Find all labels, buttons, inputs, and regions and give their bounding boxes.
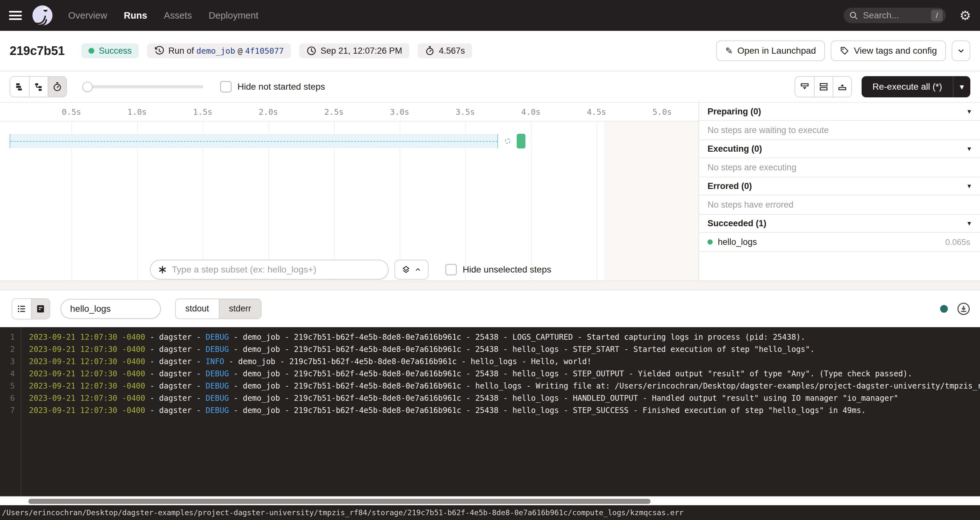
section-errored[interactable]: Errored (0) ▾: [699, 178, 980, 195]
section-executing-empty: No steps are executing: [699, 158, 980, 178]
step-subset-row: Type a step subset (ex: hello_logs+): [150, 260, 552, 280]
log-horizontal-scrollbar[interactable]: [0, 496, 980, 505]
axis-tick-label: 2.0s: [259, 107, 278, 117]
view-tags-config-button[interactable]: View tags and config: [831, 41, 946, 61]
log-toolbar: hello_logs stdout stderr: [0, 290, 980, 327]
success-dot-icon: [89, 48, 94, 54]
axis-tick-label: 3.5s: [456, 107, 475, 117]
run-actions-menu-button[interactable]: [952, 41, 970, 61]
search-icon: [849, 11, 858, 20]
timestamp-pill: Sep 21, 12:07:26 PM: [299, 43, 409, 58]
nav-item-deployment[interactable]: Deployment: [208, 10, 258, 21]
collapse-panel-down-icon[interactable]: [795, 77, 814, 97]
flat-view-icon[interactable]: [10, 77, 29, 97]
chevron-up-icon: [414, 266, 422, 274]
run-header: 219c7b51 Success Run of demo_job @ 4f105…: [0, 31, 980, 71]
download-icon[interactable]: [957, 302, 970, 315]
succeeded-step-row[interactable]: hello_logs 0.065s: [699, 233, 980, 252]
axis-tick-label: 1.0s: [127, 107, 147, 117]
axis-tick-label: 0.5s: [62, 107, 81, 117]
reexecute-all-button[interactable]: Re-execute all (*) ▾: [862, 76, 970, 97]
status-badge: Success: [81, 43, 138, 58]
section-errored-empty: No steps have errored: [699, 195, 980, 215]
log-view-toggle-group: [11, 298, 50, 319]
log-line-text: 2023-09-21 12:07:30 -0400 - dagster - DE…: [29, 345, 815, 354]
stopwatch-view-icon[interactable]: [48, 77, 66, 97]
structured-log-view-icon[interactable]: [12, 299, 31, 319]
chevron-down-icon[interactable]: ▾: [967, 107, 971, 116]
gantt-zoom-slider[interactable]: [82, 85, 203, 89]
slider-handle[interactable]: [82, 82, 93, 92]
reexecute-menu-caret[interactable]: ▾: [953, 76, 970, 97]
live-indicator-dot: [940, 305, 948, 313]
tab-stdout[interactable]: stdout: [176, 299, 219, 319]
pencil-icon: ✎: [725, 46, 733, 56]
gantt-marker-dot: [505, 138, 510, 144]
hide-unselected-checkbox[interactable]: [445, 264, 457, 276]
gantt-gridline: [597, 122, 597, 281]
tab-stderr[interactable]: stderr: [219, 299, 261, 319]
log-line-number: 7: [0, 406, 15, 415]
gear-icon[interactable]: ⚙: [959, 9, 971, 22]
hide-not-started-toggle[interactable]: Hide not started steps: [220, 81, 325, 93]
search-shortcut-badge: /: [931, 10, 943, 21]
layers-button[interactable]: [395, 260, 428, 280]
top-nav: Overview Runs Assets Deployment Search..…: [0, 0, 980, 31]
step-bar-hello-logs[interactable]: [517, 134, 525, 149]
tag-icon: [840, 46, 850, 55]
steps-status-panel: Preparing (0) ▾ No steps are waiting to …: [699, 103, 980, 281]
hide-not-started-checkbox[interactable]: [220, 81, 232, 93]
menu-icon[interactable]: [9, 11, 22, 20]
success-dot-icon: [708, 239, 713, 244]
waterfall-view-icon[interactable]: [29, 77, 48, 97]
expand-panel-up-icon[interactable]: [833, 77, 851, 97]
log-line-number: 4: [0, 369, 15, 378]
duration-pill: 4.567s: [418, 43, 472, 58]
log-line-text: 2023-09-21 12:07:30 -0400 - dagster - IN…: [29, 357, 591, 366]
search-placeholder: Search...: [863, 10, 931, 21]
nav-item-runs[interactable]: Runs: [124, 10, 147, 21]
section-succeeded[interactable]: Succeeded (1) ▾: [699, 215, 980, 233]
gutter-divider: [21, 327, 21, 496]
dagster-logo[interactable]: [32, 5, 53, 26]
nav-items: Overview Runs Assets Deployment: [68, 10, 258, 21]
search-input[interactable]: Search... /: [843, 8, 946, 23]
raw-log-view-icon[interactable]: [31, 299, 49, 319]
gantt-chart: 0.5s1.0s1.5s2.0s2.5s3.0s3.5s4.0s4.5s5.0s…: [0, 103, 699, 281]
chevron-down-icon[interactable]: ▾: [967, 219, 971, 228]
step-subset-input[interactable]: Type a step subset (ex: hello_logs+): [150, 260, 389, 280]
panel-layout-toggle-group: [795, 76, 852, 97]
layers-icon: [401, 265, 411, 274]
hide-unselected-toggle[interactable]: Hide unselected steps: [445, 264, 552, 276]
log-output[interactable]: 12023-09-21 12:07:30 -0400 - dagster - D…: [0, 327, 980, 496]
code-version-link[interactable]: 4f105077: [245, 46, 284, 55]
axis-tick-label: 1.5s: [193, 107, 212, 117]
log-line: 42023-09-21 12:07:30 -0400 - dagster - D…: [0, 368, 980, 380]
job-link[interactable]: demo_job: [196, 46, 235, 55]
section-executing[interactable]: Executing (0) ▾: [699, 140, 980, 158]
gantt-gridline: [531, 122, 531, 281]
log-line-text: 2023-09-21 12:07:30 -0400 - dagster - DE…: [29, 382, 980, 390]
log-line-number: 1: [0, 333, 15, 342]
section-preparing[interactable]: Preparing (0) ▾: [699, 103, 980, 121]
log-stream-tabs: stdout stderr: [175, 298, 262, 319]
nav-item-overview[interactable]: Overview: [68, 10, 107, 21]
log-filter-input[interactable]: hello_logs: [60, 299, 161, 319]
log-line-number: 6: [0, 394, 15, 403]
log-line: 52023-09-21 12:07:30 -0400 - dagster - D…: [0, 380, 980, 392]
stopwatch-icon: [425, 46, 435, 56]
nav-item-assets[interactable]: Assets: [164, 10, 192, 21]
axis-tick-label: 2.5s: [324, 107, 344, 117]
gantt-plot: Type a step subset (ex: hello_logs+): [0, 122, 698, 281]
history-icon: [154, 46, 164, 56]
scrollbar-thumb[interactable]: [28, 499, 651, 504]
dagster-app: Overview Runs Assets Deployment Search..…: [0, 0, 980, 520]
step-subset-icon: [158, 265, 167, 274]
run-of-pill: Run of demo_job @ 4f105077: [147, 43, 291, 58]
log-line-text: 2023-09-21 12:07:30 -0400 - dagster - DE…: [29, 333, 805, 342]
split-panel-icon[interactable]: [814, 77, 833, 97]
axis-tick-label: 4.0s: [521, 107, 541, 117]
chevron-down-icon[interactable]: ▾: [967, 144, 971, 153]
open-in-launchpad-button[interactable]: ✎ Open in Launchpad: [716, 41, 825, 61]
chevron-down-icon[interactable]: ▾: [967, 182, 971, 190]
